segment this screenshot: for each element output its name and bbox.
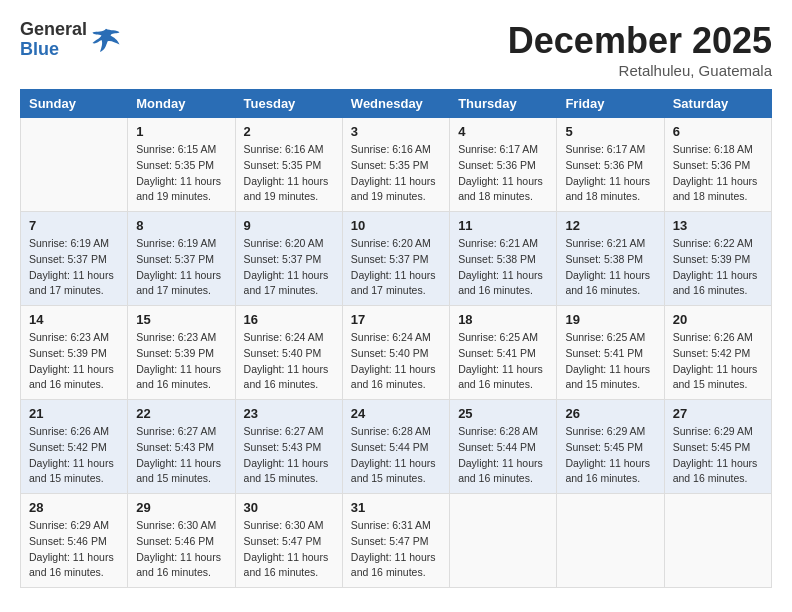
day-info: Sunrise: 6:29 AMSunset: 5:46 PMDaylight:… (29, 518, 119, 581)
calendar-cell: 21Sunrise: 6:26 AMSunset: 5:42 PMDayligh… (21, 400, 128, 494)
logo-general: General (20, 20, 87, 40)
day-info: Sunrise: 6:22 AMSunset: 5:39 PMDaylight:… (673, 236, 763, 299)
calendar-cell: 10Sunrise: 6:20 AMSunset: 5:37 PMDayligh… (342, 212, 449, 306)
day-number: 3 (351, 124, 441, 139)
header-cell-tuesday: Tuesday (235, 90, 342, 118)
day-number: 17 (351, 312, 441, 327)
calendar-cell: 7Sunrise: 6:19 AMSunset: 5:37 PMDaylight… (21, 212, 128, 306)
month-title: December 2025 (508, 20, 772, 62)
day-info: Sunrise: 6:16 AMSunset: 5:35 PMDaylight:… (351, 142, 441, 205)
day-info: Sunrise: 6:20 AMSunset: 5:37 PMDaylight:… (244, 236, 334, 299)
day-info: Sunrise: 6:25 AMSunset: 5:41 PMDaylight:… (565, 330, 655, 393)
day-info: Sunrise: 6:19 AMSunset: 5:37 PMDaylight:… (136, 236, 226, 299)
day-info: Sunrise: 6:29 AMSunset: 5:45 PMDaylight:… (565, 424, 655, 487)
header-cell-friday: Friday (557, 90, 664, 118)
day-number: 5 (565, 124, 655, 139)
week-row-4: 28Sunrise: 6:29 AMSunset: 5:46 PMDayligh… (21, 494, 772, 588)
day-info: Sunrise: 6:17 AMSunset: 5:36 PMDaylight:… (565, 142, 655, 205)
calendar-cell: 15Sunrise: 6:23 AMSunset: 5:39 PMDayligh… (128, 306, 235, 400)
week-row-3: 21Sunrise: 6:26 AMSunset: 5:42 PMDayligh… (21, 400, 772, 494)
week-row-1: 7Sunrise: 6:19 AMSunset: 5:37 PMDaylight… (21, 212, 772, 306)
day-number: 28 (29, 500, 119, 515)
header-cell-thursday: Thursday (450, 90, 557, 118)
day-info: Sunrise: 6:20 AMSunset: 5:37 PMDaylight:… (351, 236, 441, 299)
calendar-cell: 11Sunrise: 6:21 AMSunset: 5:38 PMDayligh… (450, 212, 557, 306)
day-number: 15 (136, 312, 226, 327)
day-number: 26 (565, 406, 655, 421)
day-info: Sunrise: 6:25 AMSunset: 5:41 PMDaylight:… (458, 330, 548, 393)
day-number: 27 (673, 406, 763, 421)
day-number: 6 (673, 124, 763, 139)
day-number: 4 (458, 124, 548, 139)
day-number: 16 (244, 312, 334, 327)
calendar-cell: 3Sunrise: 6:16 AMSunset: 5:35 PMDaylight… (342, 118, 449, 212)
day-number: 14 (29, 312, 119, 327)
calendar-cell: 22Sunrise: 6:27 AMSunset: 5:43 PMDayligh… (128, 400, 235, 494)
day-number: 2 (244, 124, 334, 139)
header-cell-wednesday: Wednesday (342, 90, 449, 118)
day-info: Sunrise: 6:30 AMSunset: 5:46 PMDaylight:… (136, 518, 226, 581)
day-info: Sunrise: 6:21 AMSunset: 5:38 PMDaylight:… (565, 236, 655, 299)
day-info: Sunrise: 6:16 AMSunset: 5:35 PMDaylight:… (244, 142, 334, 205)
calendar-cell: 8Sunrise: 6:19 AMSunset: 5:37 PMDaylight… (128, 212, 235, 306)
calendar-cell: 4Sunrise: 6:17 AMSunset: 5:36 PMDaylight… (450, 118, 557, 212)
logo: General Blue (20, 20, 121, 60)
day-info: Sunrise: 6:29 AMSunset: 5:45 PMDaylight:… (673, 424, 763, 487)
calendar-cell (557, 494, 664, 588)
calendar-cell: 18Sunrise: 6:25 AMSunset: 5:41 PMDayligh… (450, 306, 557, 400)
title-block: December 2025 Retalhuleu, Guatemala (508, 20, 772, 79)
calendar-cell: 25Sunrise: 6:28 AMSunset: 5:44 PMDayligh… (450, 400, 557, 494)
day-number: 18 (458, 312, 548, 327)
day-number: 20 (673, 312, 763, 327)
page-header: General Blue December 2025 Retalhuleu, G… (20, 20, 772, 79)
logo-blue: Blue (20, 40, 87, 60)
calendar-cell: 2Sunrise: 6:16 AMSunset: 5:35 PMDaylight… (235, 118, 342, 212)
day-info: Sunrise: 6:26 AMSunset: 5:42 PMDaylight:… (29, 424, 119, 487)
calendar-cell: 5Sunrise: 6:17 AMSunset: 5:36 PMDaylight… (557, 118, 664, 212)
calendar-body: 1Sunrise: 6:15 AMSunset: 5:35 PMDaylight… (21, 118, 772, 588)
day-number: 13 (673, 218, 763, 233)
calendar-cell: 29Sunrise: 6:30 AMSunset: 5:46 PMDayligh… (128, 494, 235, 588)
day-number: 19 (565, 312, 655, 327)
calendar-cell: 1Sunrise: 6:15 AMSunset: 5:35 PMDaylight… (128, 118, 235, 212)
header-row: SundayMondayTuesdayWednesdayThursdayFrid… (21, 90, 772, 118)
day-number: 12 (565, 218, 655, 233)
day-number: 29 (136, 500, 226, 515)
day-number: 7 (29, 218, 119, 233)
calendar-cell: 16Sunrise: 6:24 AMSunset: 5:40 PMDayligh… (235, 306, 342, 400)
subtitle: Retalhuleu, Guatemala (508, 62, 772, 79)
calendar-cell: 6Sunrise: 6:18 AMSunset: 5:36 PMDaylight… (664, 118, 771, 212)
day-number: 21 (29, 406, 119, 421)
calendar-cell (664, 494, 771, 588)
header-cell-saturday: Saturday (664, 90, 771, 118)
day-number: 24 (351, 406, 441, 421)
logo-bird-icon (91, 25, 121, 55)
calendar-cell: 14Sunrise: 6:23 AMSunset: 5:39 PMDayligh… (21, 306, 128, 400)
calendar-cell: 28Sunrise: 6:29 AMSunset: 5:46 PMDayligh… (21, 494, 128, 588)
day-number: 10 (351, 218, 441, 233)
calendar-header: SundayMondayTuesdayWednesdayThursdayFrid… (21, 90, 772, 118)
day-number: 31 (351, 500, 441, 515)
day-number: 22 (136, 406, 226, 421)
calendar-cell: 13Sunrise: 6:22 AMSunset: 5:39 PMDayligh… (664, 212, 771, 306)
day-number: 9 (244, 218, 334, 233)
calendar-table: SundayMondayTuesdayWednesdayThursdayFrid… (20, 89, 772, 588)
day-number: 25 (458, 406, 548, 421)
calendar-cell: 24Sunrise: 6:28 AMSunset: 5:44 PMDayligh… (342, 400, 449, 494)
day-info: Sunrise: 6:24 AMSunset: 5:40 PMDaylight:… (351, 330, 441, 393)
day-info: Sunrise: 6:31 AMSunset: 5:47 PMDaylight:… (351, 518, 441, 581)
calendar-cell: 20Sunrise: 6:26 AMSunset: 5:42 PMDayligh… (664, 306, 771, 400)
calendar-cell: 30Sunrise: 6:30 AMSunset: 5:47 PMDayligh… (235, 494, 342, 588)
day-info: Sunrise: 6:21 AMSunset: 5:38 PMDaylight:… (458, 236, 548, 299)
header-cell-monday: Monday (128, 90, 235, 118)
calendar-cell: 27Sunrise: 6:29 AMSunset: 5:45 PMDayligh… (664, 400, 771, 494)
day-info: Sunrise: 6:24 AMSunset: 5:40 PMDaylight:… (244, 330, 334, 393)
day-info: Sunrise: 6:23 AMSunset: 5:39 PMDaylight:… (29, 330, 119, 393)
header-cell-sunday: Sunday (21, 90, 128, 118)
calendar-cell: 23Sunrise: 6:27 AMSunset: 5:43 PMDayligh… (235, 400, 342, 494)
day-info: Sunrise: 6:26 AMSunset: 5:42 PMDaylight:… (673, 330, 763, 393)
day-info: Sunrise: 6:15 AMSunset: 5:35 PMDaylight:… (136, 142, 226, 205)
calendar-cell (450, 494, 557, 588)
day-number: 23 (244, 406, 334, 421)
day-info: Sunrise: 6:17 AMSunset: 5:36 PMDaylight:… (458, 142, 548, 205)
